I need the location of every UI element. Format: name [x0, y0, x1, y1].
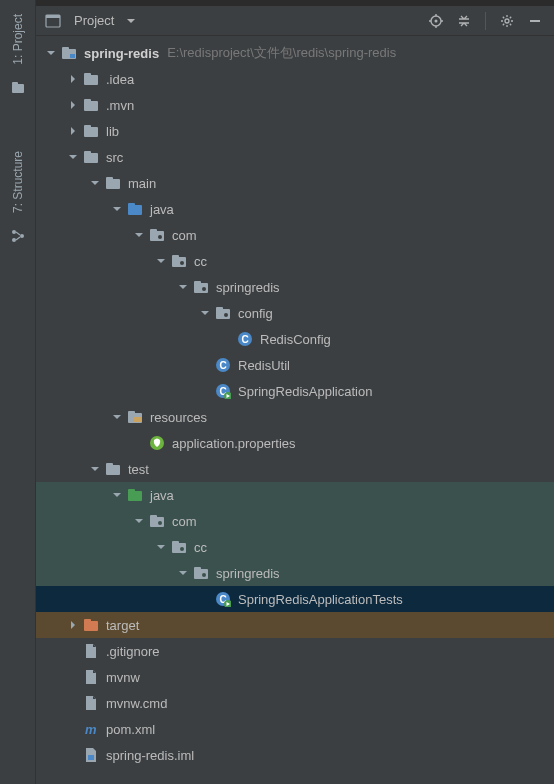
tree-node-springredisapp[interactable]: C SpringRedisApplication	[36, 378, 554, 404]
project-panel: Project spring-redis E:\redisproject\文件包…	[36, 0, 554, 784]
tree-node-java-main[interactable]: java	[36, 196, 554, 222]
chevron-right-icon[interactable]	[66, 98, 80, 112]
node-label: .gitignore	[106, 644, 159, 659]
chevron-right-icon[interactable]	[66, 618, 80, 632]
tree-node-springredisapptests[interactable]: C SpringRedisApplicationTests	[36, 586, 554, 612]
svg-rect-46	[128, 411, 135, 415]
tree-node-resources[interactable]: resources	[36, 404, 554, 430]
svg-point-61	[202, 573, 206, 577]
project-tree[interactable]: spring-redis E:\redisproject\文件包\redis\s…	[36, 36, 554, 784]
collapse-all-icon[interactable]	[453, 10, 475, 32]
file-icon	[82, 668, 100, 686]
dropdown-icon[interactable]	[120, 10, 142, 32]
tree-node-cc-test[interactable]: cc	[36, 534, 554, 560]
maven-icon: m	[82, 720, 100, 738]
chevron-down-icon[interactable]	[154, 540, 168, 554]
svg-rect-15	[84, 73, 91, 77]
node-label: spring-redis	[84, 46, 159, 61]
node-label: lib	[106, 124, 119, 139]
tree-node-mvn[interactable]: .mvn	[36, 92, 554, 118]
svg-point-37	[224, 313, 228, 317]
svg-rect-60	[194, 567, 201, 571]
chevron-down-icon[interactable]	[44, 46, 58, 60]
svg-rect-57	[172, 541, 179, 545]
chevron-down-icon[interactable]	[132, 514, 146, 528]
svg-rect-23	[106, 177, 113, 181]
tree-node-cc-main[interactable]: cc	[36, 248, 554, 274]
folder-icon	[82, 148, 100, 166]
chevron-down-icon[interactable]	[110, 202, 124, 216]
chevron-down-icon[interactable]	[66, 150, 80, 164]
tree-node-springredis-main[interactable]: springredis	[36, 274, 554, 300]
svg-rect-6	[46, 15, 60, 18]
tree-node-src[interactable]: src	[36, 144, 554, 170]
locate-icon[interactable]	[425, 10, 447, 32]
sidebar-tab-project[interactable]: 1: Project	[11, 8, 25, 71]
file-icon	[82, 642, 100, 660]
class-icon: C	[236, 330, 254, 348]
node-label: java	[150, 488, 174, 503]
node-label: pom.xml	[106, 722, 155, 737]
panel-header: Project	[36, 6, 554, 36]
chevron-down-icon[interactable]	[110, 488, 124, 502]
tree-node-app-props[interactable]: application.properties	[36, 430, 554, 456]
tree-node-test[interactable]: test	[36, 456, 554, 482]
svg-point-34	[202, 287, 206, 291]
gear-icon[interactable]	[496, 10, 518, 32]
node-label: springredis	[216, 566, 280, 581]
tree-node-com-test[interactable]: com	[36, 508, 554, 534]
node-label: application.properties	[172, 436, 296, 451]
svg-rect-1	[12, 82, 18, 85]
excluded-folder-icon	[82, 616, 100, 634]
tree-node-gitignore[interactable]: .gitignore	[36, 638, 554, 664]
chevron-down-icon[interactable]	[154, 254, 168, 268]
tree-node-com-main[interactable]: com	[36, 222, 554, 248]
svg-point-28	[158, 235, 162, 239]
chevron-down-icon[interactable]	[176, 566, 190, 580]
spring-props-icon	[148, 434, 166, 452]
folder-icon	[82, 122, 100, 140]
svg-rect-68	[88, 755, 94, 760]
resources-folder-icon	[126, 408, 144, 426]
svg-rect-25	[128, 203, 135, 207]
tree-node-main[interactable]: main	[36, 170, 554, 196]
chevron-down-icon[interactable]	[132, 228, 146, 242]
hide-icon[interactable]	[524, 10, 546, 32]
tree-node-iml[interactable]: spring-redis.iml	[36, 742, 554, 768]
chevron-down-icon[interactable]	[176, 280, 190, 294]
tree-node-mvnw[interactable]: mvnw	[36, 664, 554, 690]
package-icon	[214, 304, 232, 322]
chevron-down-icon[interactable]	[88, 462, 102, 476]
svg-rect-19	[84, 125, 91, 129]
tree-node-lib[interactable]: lib	[36, 118, 554, 144]
chevron-right-icon[interactable]	[66, 124, 80, 138]
file-icon	[82, 694, 100, 712]
sidebar-tab-structure[interactable]: 7: Structure	[11, 145, 25, 219]
folder-icon	[104, 460, 122, 478]
tree-node-idea[interactable]: .idea	[36, 66, 554, 92]
svg-point-3	[12, 238, 16, 242]
tree-node-pom[interactable]: m pom.xml	[36, 716, 554, 742]
svg-rect-36	[216, 307, 223, 311]
svg-point-58	[180, 547, 184, 551]
node-label: mvnw	[106, 670, 140, 685]
tree-node-java-test[interactable]: java	[36, 482, 554, 508]
tree-node-redisconfig[interactable]: C RedisConfig	[36, 326, 554, 352]
chevron-down-icon[interactable]	[88, 176, 102, 190]
tree-node-root[interactable]: spring-redis E:\redisproject\文件包\redis\s…	[36, 40, 554, 66]
chevron-down-icon[interactable]	[110, 410, 124, 424]
tree-node-mvnw-cmd[interactable]: mvnw.cmd	[36, 690, 554, 716]
class-icon: C	[214, 356, 232, 374]
node-label: .mvn	[106, 98, 134, 113]
tree-node-redisutil[interactable]: C RedisUtil	[36, 352, 554, 378]
project-view-icon	[44, 12, 62, 30]
tree-node-target[interactable]: target	[36, 612, 554, 638]
svg-rect-52	[128, 489, 135, 493]
chevron-down-icon[interactable]	[198, 306, 212, 320]
svg-text:C: C	[241, 334, 248, 345]
chevron-right-icon[interactable]	[66, 72, 80, 86]
node-label: src	[106, 150, 123, 165]
tree-node-springredis-test[interactable]: springredis	[36, 560, 554, 586]
node-label: test	[128, 462, 149, 477]
tree-node-config[interactable]: config	[36, 300, 554, 326]
